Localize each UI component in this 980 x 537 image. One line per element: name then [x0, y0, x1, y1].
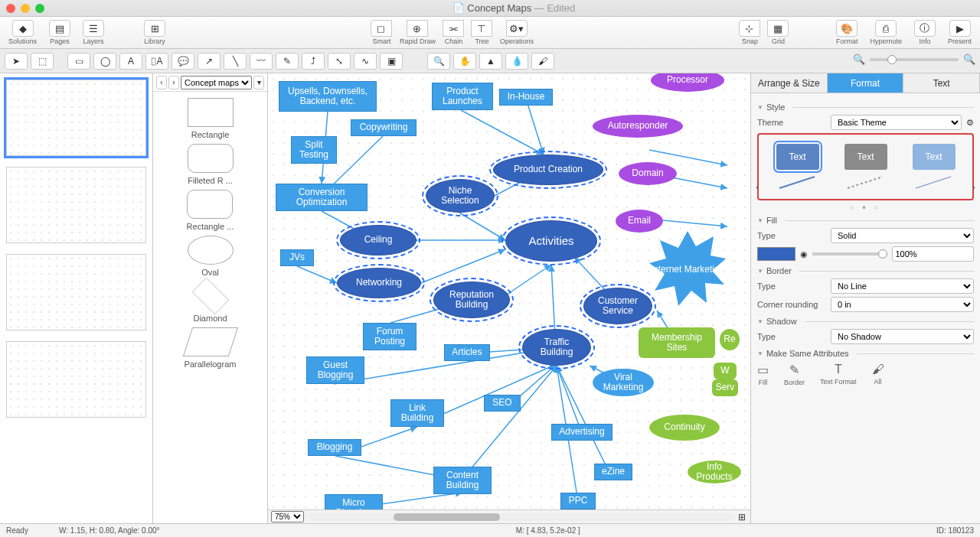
border-type-select[interactable]: No Line — [831, 278, 974, 294]
swatch-next-icon[interactable]: › — [972, 181, 975, 193]
smart-button[interactable]: ◻Smart — [368, 19, 396, 46]
hypernote-button[interactable]: ⎙Hypernote — [866, 19, 906, 46]
node[interactable]: Guest Blogging — [306, 356, 364, 384]
corner-select[interactable]: 0 in — [831, 297, 974, 312]
shadow-section[interactable]: Shadow — [757, 317, 974, 326]
fill-color-swatch[interactable] — [757, 247, 795, 261]
tree-button[interactable]: ⊤Tree — [468, 19, 496, 46]
snap-button[interactable]: ⊹Snap — [736, 19, 764, 46]
lib-back-icon[interactable]: ‹ — [156, 76, 167, 90]
library-item[interactable]: Parallelogram — [185, 327, 237, 369]
stamp-tool[interactable]: ▲ — [479, 53, 502, 70]
node[interactable]: Advertising — [551, 424, 612, 441]
tab-format[interactable]: Format — [828, 73, 904, 93]
present-button[interactable]: ▶Present — [944, 19, 975, 46]
zoom-slider[interactable]: 🔍 🔍 — [853, 52, 975, 70]
node[interactable]: Traffic Building — [522, 329, 591, 366]
node[interactable]: Link Building — [390, 399, 444, 427]
eyedropper-tool[interactable]: 💧 — [505, 53, 528, 70]
zoom-out-icon[interactable]: 🔍 — [853, 54, 865, 65]
node[interactable]: Upsells, Downsells, Backend, etc. — [279, 81, 377, 112]
canvas[interactable]: Upsells, Downsells, Backend, etc.Product… — [268, 73, 750, 523]
callout-tool[interactable]: 💬 — [172, 53, 194, 70]
node[interactable]: W — [714, 363, 737, 379]
node[interactable]: Networking — [337, 268, 421, 298]
node[interactable]: Blogging — [308, 439, 361, 456]
node[interactable]: Autoresponder — [593, 115, 683, 138]
node[interactable]: Articles — [444, 344, 490, 361]
page-thumb-2[interactable] — [6, 167, 146, 243]
page-thumb-3[interactable] — [6, 254, 146, 330]
border-section[interactable]: Border — [757, 266, 974, 275]
line-tool[interactable]: ╲ — [224, 53, 247, 70]
fill-opacity-input[interactable] — [892, 246, 975, 262]
hand-tool[interactable]: ✋ — [453, 53, 476, 70]
arrow-style-1[interactable] — [776, 174, 819, 190]
node[interactable]: Serv — [712, 379, 738, 396]
same-text-button[interactable]: TText Format — [820, 363, 857, 386]
library-item[interactable]: Diamond — [188, 282, 234, 323]
node[interactable]: Conversion Optimization — [276, 184, 368, 211]
swatch-pager[interactable]: ○ ● ○ — [757, 203, 974, 211]
swatch-1[interactable]: Text — [776, 144, 819, 170]
node[interactable]: Info Products — [688, 461, 741, 483]
style-section[interactable]: Style — [757, 103, 974, 112]
library-item[interactable]: Rectangle ... — [187, 190, 234, 231]
shadow-select[interactable]: No Shadow — [831, 329, 974, 344]
node[interactable]: Continuity — [649, 415, 720, 441]
swatch-prev-icon[interactable]: ‹ — [756, 181, 760, 193]
connector-tool[interactable]: ⤡ — [328, 53, 351, 70]
node[interactable]: Activities — [505, 220, 597, 262]
theme-select[interactable]: Basic Theme — [831, 115, 962, 130]
node[interactable]: In-House — [499, 89, 553, 106]
zoom-icon[interactable] — [35, 4, 44, 13]
text-tool[interactable]: A — [119, 53, 142, 70]
node[interactable]: Domain — [619, 162, 677, 185]
zoom-select[interactable]: 75% — [271, 511, 304, 522]
node[interactable]: PPC — [560, 493, 596, 509]
close-icon[interactable] — [6, 4, 15, 13]
node[interactable]: Reputation Building — [433, 282, 510, 318]
format-button[interactable]: 🎨Format — [832, 19, 862, 46]
fill-type-select[interactable]: Solid — [831, 228, 974, 243]
node[interactable]: Email — [616, 210, 663, 233]
lib-forward-icon[interactable]: › — [168, 76, 179, 90]
node[interactable]: Product Creation — [493, 155, 603, 185]
library-button[interactable]: ⊞Library — [140, 19, 169, 46]
lib-menu-icon[interactable]: ▾ — [253, 76, 264, 90]
marquee-tool[interactable]: ⬚ — [31, 53, 54, 70]
spline-tool[interactable]: ∿ — [354, 53, 377, 70]
arrow-style-2[interactable] — [844, 174, 887, 190]
grid-button[interactable]: ▦Grid — [764, 19, 792, 46]
node[interactable]: Product Launches — [432, 83, 493, 110]
pointer-tool[interactable]: ➤ — [5, 53, 28, 70]
node[interactable]: Split Testing — [291, 136, 337, 164]
layers-button[interactable]: ☰Layers — [79, 19, 108, 46]
h-scrollbar[interactable] — [309, 513, 733, 521]
bezier-tool[interactable]: ⤴ — [302, 53, 325, 70]
solutions-button[interactable]: ◆Solutions — [5, 19, 41, 46]
node[interactable]: Copywriting — [351, 119, 416, 136]
node[interactable]: Viral Marketing — [593, 369, 654, 396]
operations-button[interactable]: ⚙▾Operations — [496, 19, 537, 46]
page-thumb-1[interactable] — [6, 80, 146, 156]
gear-icon[interactable]: ⚙ — [966, 118, 974, 128]
textbox-tool[interactable]: ⌷A — [145, 53, 168, 70]
swatch-3[interactable]: Text — [913, 144, 956, 170]
starburst-node[interactable]: Internet Marketing — [649, 231, 726, 308]
node[interactable]: JVs — [280, 249, 314, 266]
pages-button[interactable]: ▤Pages — [45, 19, 74, 46]
library-item[interactable]: Rectangle — [188, 98, 234, 139]
brush-tool[interactable]: 🖌 — [531, 53, 554, 70]
node[interactable]: Content Building — [433, 467, 492, 494]
tab-text[interactable]: Text — [903, 73, 980, 93]
frame-tool[interactable]: ▣ — [380, 53, 403, 70]
pen-tool[interactable]: ✎ — [276, 53, 299, 70]
zoom-tool[interactable]: 🔍 — [427, 53, 450, 70]
rapid-draw-button[interactable]: ⊕Rapid Draw — [396, 19, 439, 46]
library-item[interactable]: Filleted R ... — [188, 144, 234, 185]
fill-section[interactable]: Fill — [757, 216, 974, 225]
same-fill-button[interactable]: ▭Fill — [757, 363, 769, 386]
node[interactable]: Processor — [651, 73, 724, 92]
arrow-style-3[interactable] — [913, 174, 956, 190]
